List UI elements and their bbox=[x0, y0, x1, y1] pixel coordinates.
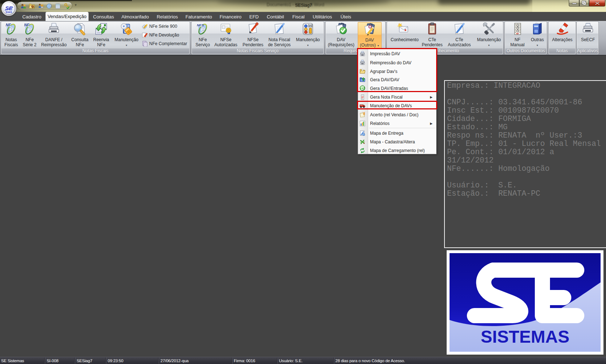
svg-text:NF: NF bbox=[516, 32, 519, 35]
svg-text:SIAG: SIAG bbox=[6, 11, 12, 13]
svg-text:2: 2 bbox=[517, 27, 518, 29]
svg-text:SISTEMAS: SISTEMAS bbox=[481, 327, 569, 346]
svg-text:3: 3 bbox=[517, 30, 518, 32]
svg-text:1: 1 bbox=[517, 24, 518, 26]
